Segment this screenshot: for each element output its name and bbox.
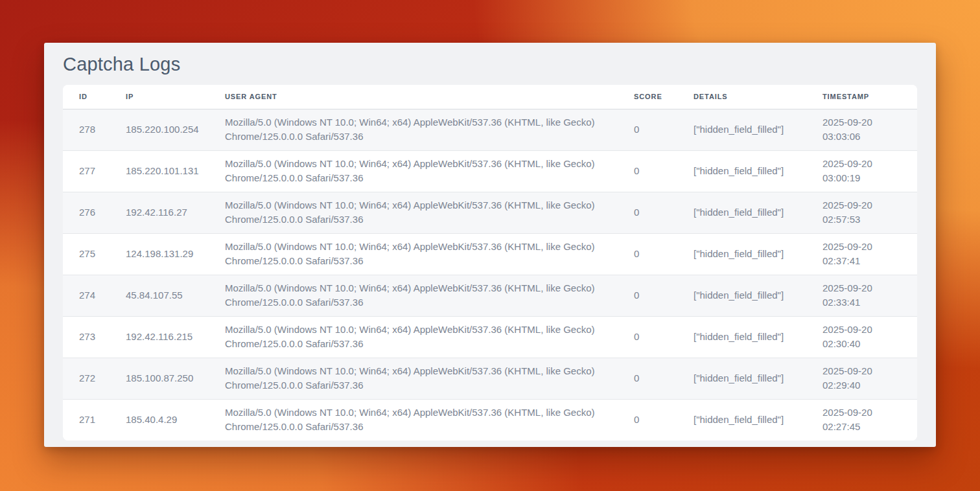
table-row: 277185.220.101.131Mozilla/5.0 (Windows N… bbox=[63, 150, 917, 192]
cell-id: 278 bbox=[63, 109, 126, 150]
cell-score: 0 bbox=[634, 399, 694, 440]
cell-timestamp: 2025-09-20 03:00:19 bbox=[822, 150, 917, 192]
cell-id: 275 bbox=[63, 233, 126, 275]
cell-score: 0 bbox=[634, 109, 694, 150]
cell-id: 273 bbox=[63, 316, 126, 358]
column-header-ip: IP bbox=[126, 85, 225, 109]
table-row: 275124.198.131.29Mozilla/5.0 (Windows NT… bbox=[63, 233, 917, 275]
cell-timestamp: 2025-09-20 02:37:41 bbox=[822, 233, 917, 275]
cell-ip: 185.40.4.29 bbox=[126, 399, 225, 440]
cell-user_agent: Mozilla/5.0 (Windows NT 10.0; Win64; x64… bbox=[225, 399, 634, 440]
cell-score: 0 bbox=[634, 358, 694, 399]
page-title: Captcha Logs bbox=[63, 54, 917, 75]
cell-details: ["hidden_field_filled"] bbox=[694, 399, 822, 440]
cell-details: ["hidden_field_filled"] bbox=[694, 358, 822, 399]
cell-id: 277 bbox=[63, 150, 126, 192]
cell-timestamp: 2025-09-20 02:57:53 bbox=[822, 192, 917, 233]
cell-details: ["hidden_field_filled"] bbox=[694, 150, 822, 192]
cell-score: 0 bbox=[634, 150, 694, 192]
cell-user_agent: Mozilla/5.0 (Windows NT 10.0; Win64; x64… bbox=[225, 150, 634, 192]
column-header-user-agent: USER AGENT bbox=[225, 85, 634, 109]
cell-timestamp: 2025-09-20 02:29:40 bbox=[822, 358, 917, 399]
cell-details: ["hidden_field_filled"] bbox=[694, 233, 822, 275]
cell-id: 272 bbox=[63, 358, 126, 399]
cell-ip: 124.198.131.29 bbox=[126, 233, 225, 275]
table-body: 278185.220.100.254Mozilla/5.0 (Windows N… bbox=[63, 109, 917, 440]
cell-ip: 192.42.116.27 bbox=[126, 192, 225, 233]
table-header-row: ID IP USER AGENT SCORE DETAILS TIMESTAMP bbox=[63, 85, 917, 109]
cell-id: 274 bbox=[63, 275, 126, 316]
cell-details: ["hidden_field_filled"] bbox=[694, 275, 822, 316]
cell-ip: 185.220.100.254 bbox=[126, 109, 225, 150]
table-row: 273192.42.116.215Mozilla/5.0 (Windows NT… bbox=[63, 316, 917, 358]
cell-timestamp: 2025-09-20 02:33:41 bbox=[822, 275, 917, 316]
table-row: 27445.84.107.55Mozilla/5.0 (Windows NT 1… bbox=[63, 275, 917, 316]
cell-user_agent: Mozilla/5.0 (Windows NT 10.0; Win64; x64… bbox=[225, 316, 634, 358]
cell-id: 271 bbox=[63, 399, 126, 440]
captcha-logs-card: Captcha Logs ID IP USER AGENT SCORE DETA… bbox=[44, 43, 936, 447]
cell-ip: 185.220.101.131 bbox=[126, 150, 225, 192]
cell-score: 0 bbox=[634, 192, 694, 233]
cell-user_agent: Mozilla/5.0 (Windows NT 10.0; Win64; x64… bbox=[225, 275, 634, 316]
captcha-logs-table: ID IP USER AGENT SCORE DETAILS TIMESTAMP… bbox=[63, 85, 917, 440]
cell-user_agent: Mozilla/5.0 (Windows NT 10.0; Win64; x64… bbox=[225, 192, 634, 233]
cell-score: 0 bbox=[634, 275, 694, 316]
cell-details: ["hidden_field_filled"] bbox=[694, 316, 822, 358]
cell-timestamp: 2025-09-20 02:27:45 bbox=[822, 399, 917, 440]
cell-user_agent: Mozilla/5.0 (Windows NT 10.0; Win64; x64… bbox=[225, 233, 634, 275]
page-background: { "page": { "title": "Captcha Logs" }, "… bbox=[0, 0, 980, 491]
column-header-id: ID bbox=[63, 85, 126, 109]
column-header-score: SCORE bbox=[634, 85, 694, 109]
cell-timestamp: 2025-09-20 03:03:06 bbox=[822, 109, 917, 150]
cell-user_agent: Mozilla/5.0 (Windows NT 10.0; Win64; x64… bbox=[225, 358, 634, 399]
table-row: 271185.40.4.29Mozilla/5.0 (Windows NT 10… bbox=[63, 399, 917, 440]
table-header: ID IP USER AGENT SCORE DETAILS TIMESTAMP bbox=[63, 85, 917, 109]
cell-score: 0 bbox=[634, 316, 694, 358]
cell-timestamp: 2025-09-20 02:30:40 bbox=[822, 316, 917, 358]
cell-ip: 45.84.107.55 bbox=[126, 275, 225, 316]
cell-id: 276 bbox=[63, 192, 126, 233]
cell-details: ["hidden_field_filled"] bbox=[694, 192, 822, 233]
cell-details: ["hidden_field_filled"] bbox=[694, 109, 822, 150]
cell-ip: 192.42.116.215 bbox=[126, 316, 225, 358]
table-row: 272185.100.87.250Mozilla/5.0 (Windows NT… bbox=[63, 358, 917, 399]
column-header-timestamp: TIMESTAMP bbox=[822, 85, 917, 109]
table-row: 276192.42.116.27Mozilla/5.0 (Windows NT … bbox=[63, 192, 917, 233]
column-header-details: DETAILS bbox=[694, 85, 822, 109]
captcha-logs-table-container: ID IP USER AGENT SCORE DETAILS TIMESTAMP… bbox=[63, 85, 917, 440]
cell-user_agent: Mozilla/5.0 (Windows NT 10.0; Win64; x64… bbox=[225, 109, 634, 150]
cell-ip: 185.100.87.250 bbox=[126, 358, 225, 399]
table-row: 278185.220.100.254Mozilla/5.0 (Windows N… bbox=[63, 109, 917, 150]
cell-score: 0 bbox=[634, 233, 694, 275]
